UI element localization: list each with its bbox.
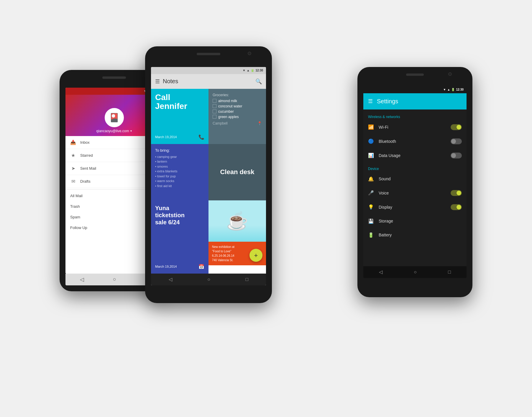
note-grocery[interactable]: Groceries: almond milk conconut water cu… [208,89,266,144]
sound-setting-icon: 🔔 [368,176,374,182]
grocery-location: Campbell 📍 [213,121,262,125]
signal-icon-r: ▼ [443,88,446,91]
checkbox-3[interactable] [213,109,216,113]
settings-title: Settings [377,98,398,105]
call-jennifer-title: CallJennifer [155,93,204,111]
display-toggle[interactable] [451,204,462,210]
grocery-label-2: conconut water [218,104,242,108]
inbox-label: Inbox [80,140,90,145]
dropdown-icon[interactable]: ▾ [130,129,132,133]
phone-right: ▼ ▲ 🔋 12:30 ☰ Settings Wireless & networ… [357,67,472,297]
signal-icon-c: ▼ [243,69,246,72]
home-btn-c[interactable]: ○ [207,277,210,282]
battery-icon-c: 🔋 [251,69,254,72]
avatar: 🎴 [105,108,124,127]
yuna-title: Yunaticketstionsale 6/24 [155,205,204,226]
wifi-toggle[interactable] [451,124,462,130]
voice-setting-icon: 🎤 [368,190,374,196]
call-jennifer-footer: March 19,2014 📞 [155,134,204,140]
starred-label: Starred [80,153,93,158]
battery-setting-icon: 🔋 [368,232,374,238]
battery-setting[interactable]: 🔋 Battery [363,228,467,242]
display-setting[interactable]: 💡 Display [363,200,467,214]
right-status-icons: ▼ ▲ 🔋 12:30 [443,88,464,91]
tobring-items: • camping gear • lantern • smores • extr… [155,154,204,189]
sound-label: Sound [379,176,462,181]
wifi-icon-r: ▲ [447,88,450,91]
search-icon[interactable]: 🔍 [255,78,262,85]
back-btn-r[interactable]: ◁ [379,269,382,275]
recents-btn-c[interactable]: □ [246,277,249,282]
notes-title: Notes [163,78,252,85]
allmail-label: All Mail [70,194,83,198]
voice-setting[interactable]: 🎤 Voice [363,186,467,200]
settings-menu-icon[interactable]: ☰ [368,98,373,104]
center-speaker [197,53,220,55]
email-user-info: qiancaoyu@live.com ▾ [96,129,132,133]
wifi-icon-c: ▲ [247,69,250,72]
home-btn-r[interactable]: ○ [414,269,417,275]
calendar-icon: 📅 [198,264,204,269]
starred-icon: ★ [70,153,76,158]
location-icon: 📍 [257,121,262,125]
device-section-title: Device [363,164,467,172]
hamburger-icon[interactable]: ☰ [155,78,160,85]
exhibition-text: New exhibition at"Food to Love"6.25.14-0… [212,245,234,262]
clean-desk-title: Clean desk [220,168,254,176]
grocery-label-3: cucumber [218,109,234,114]
right-speaker [406,73,424,76]
battery-icon-r: 🔋 [451,88,455,91]
wifi-label: Wi-Fi [379,125,446,130]
add-fab-button[interactable]: + [249,249,262,262]
datausage-toggle[interactable] [451,153,462,158]
coffee-image: ☕ [226,212,248,230]
call-jennifer-date: March 19,2014 [155,135,177,139]
checkbox-2[interactable] [213,104,216,108]
spam-label: Spam [70,215,80,219]
checkbox-1[interactable] [213,99,216,103]
right-bottom-col: ☕ New exhibition at"Food to Love"6.25.14… [208,200,266,273]
recents-btn-r[interactable]: □ [448,269,451,275]
drafts-icon: ✉ [70,179,76,184]
center-nav-bar: ◁ ○ □ [151,274,266,285]
bluetooth-toggle[interactable] [451,138,462,144]
grocery-item-3: cucumber [213,109,262,114]
time-display-r: 12:30 [456,88,464,91]
storage-setting[interactable]: 💾 Storage [363,214,467,228]
note-clean-desk[interactable]: Clean desk [208,144,266,201]
wifi-setting[interactable]: 📶 Wi-Fi [363,120,467,134]
sound-setting[interactable]: 🔔 Sound [363,172,467,186]
note-coffee[interactable]: ☕ [208,200,266,242]
voice-toggle[interactable] [451,190,462,196]
phone-center: ▼ ▲ 🔋 12:30 ☰ Notes 🔍 CallJennifer Marc [145,46,272,303]
checkbox-4[interactable] [213,115,216,119]
notes-toolbar: ☰ Notes 🔍 [151,74,266,89]
display-setting-icon: 💡 [368,204,374,210]
user-email: qiancaoyu@live.com [96,129,129,133]
notes-grid: CallJennifer March 19,2014 📞 Groceries: … [151,89,266,274]
note-tobring[interactable]: To bring: • camping gear • lantern • smo… [151,144,208,201]
tobring-title: To bring: [155,148,204,153]
grocery-item-1: almond milk [213,99,262,103]
home-button[interactable]: ○ [113,276,116,282]
back-button[interactable]: ◁ [80,276,84,283]
center-status-bar: ▼ ▲ 🔋 12:30 [151,67,266,74]
right-screen: ▼ ▲ 🔋 12:30 ☰ Settings Wireless & networ… [363,86,467,278]
grocery-item-4: green apples [213,115,262,119]
storage-setting-icon: 💾 [368,218,374,224]
bluetooth-label: Bluetooth [379,139,446,144]
right-status-bar: ▼ ▲ 🔋 12:30 [363,86,467,93]
grocery-title: Groceries: [213,93,262,97]
bluetooth-setting[interactable]: 🔵 Bluetooth [363,134,467,148]
sent-icon: ➤ [70,166,76,171]
back-btn-c[interactable]: ◁ [169,277,172,282]
sent-label: Sent Mail [80,166,96,171]
display-label: Display [379,205,446,210]
left-speaker [102,76,126,79]
center-camera [248,52,251,55]
note-yuna[interactable]: Yunaticketstionsale 6/24 March 19,2014 📅 [151,200,208,273]
note-call-jennifer[interactable]: CallJennifer March 19,2014 📞 [151,89,208,144]
note-exhibition[interactable]: New exhibition at"Food to Love"6.25.14-0… [208,242,266,265]
datausage-setting[interactable]: 📊 Data Usage [363,148,467,163]
voice-label: Voice [379,191,446,195]
